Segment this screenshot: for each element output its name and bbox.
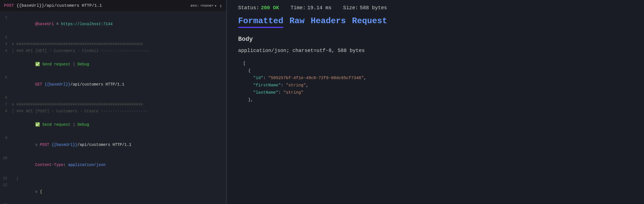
tab-formatted[interactable]: Formatted (238, 16, 289, 28)
line-number: 9 (0, 135, 12, 141)
code-line-3: 3 ∨ ####################################… (0, 41, 226, 48)
line-number: 11 (0, 175, 12, 182)
env-label: env: (191, 4, 199, 8)
time-value: 19.14 ms (307, 5, 331, 11)
json-open-bracket: [ (238, 60, 633, 67)
env-value: <none> (200, 4, 214, 8)
line-number: 7 (0, 101, 12, 108)
line-number: 5 (0, 74, 12, 81)
line-content: Content-Type: application/json (12, 155, 226, 175)
json-line-open-brace: { (238, 67, 633, 75)
tab-request[interactable]: Request (352, 16, 393, 28)
content-type-info: application/json; charset=utf-8, 588 byt… (238, 48, 633, 53)
code-line-4: 4 │ ### API [GET] · Customers · Findall … (0, 48, 226, 54)
env-selector[interactable]: env: <none> ▾ (191, 4, 217, 8)
code-line-9: 9 ∨ POST {{baseUrl}}/api/customers HTTP/… (0, 135, 226, 155)
debug-link-post[interactable]: Debug (77, 122, 89, 127)
line-content: │ ### API [GET] · Customers · Findall ··… (12, 48, 226, 54)
code-line-6: 6 (0, 94, 226, 101)
request-bar: POST {{baseUrl}}/api/customers HTTP/1.1 … (0, 0, 226, 12)
code-line-send-get: ✅ Send request | Debug (0, 54, 226, 74)
at-keyword: @baseUrl (30, 22, 54, 26)
request-method-url: POST {{baseUrl}}/api/customers HTTP/1.1 (4, 3, 102, 8)
env-dropdown-icon[interactable]: ▾ (215, 4, 217, 8)
line-content: ∨ ######################################… (12, 101, 226, 108)
line-number: 3 (0, 41, 12, 48)
line-number: 13 (0, 202, 12, 204)
status-200-value: 200 OK (261, 5, 279, 11)
right-panel: Status: 200 OK Time: 19.14 ms Size: 588 … (227, 0, 644, 204)
line-content: ∨ ######################################… (12, 41, 226, 48)
body-label: Body (238, 36, 633, 43)
code-line-8: 8 │ ### API [POST] · Customers · Create … (0, 108, 226, 115)
line-content: │ ### API [POST] · Customers · Create ··… (12, 108, 226, 115)
debug-link-get[interactable]: Debug (77, 62, 89, 67)
send-request-link-get[interactable]: ✅ Send request (30, 62, 70, 67)
json-body: [ { "id": "505257bf-4f1e-49c8-72f9-08dc6… (238, 60, 633, 104)
tab-headers[interactable]: Headers (311, 16, 352, 28)
line-content: ∨ POST {{baseUrl}}/api/customers HTTP/1.… (12, 135, 226, 155)
json-line-firstname: "firstName": "string", (238, 82, 633, 89)
code-area[interactable]: 1 @baseUrl = https://localhost:7144 2 3 … (0, 12, 226, 204)
send-request-link-post[interactable]: ✅ Send request (30, 122, 70, 127)
line-content: @baseUrl = https://localhost:7144 (12, 14, 226, 34)
status-label: Status: (238, 5, 259, 11)
code-line-send-post: ✅ Send request | Debug (0, 115, 226, 135)
line-number: 2 (0, 34, 12, 41)
status-sep (282, 5, 288, 11)
scroll-button[interactable]: ⇕ (219, 3, 222, 9)
response-status-bar: Status: 200 OK Time: 19.14 ms Size: 588 … (238, 5, 633, 11)
json-line-id: "id": "505257bf-4f1e-49c8-72f9-08dc65cf7… (238, 75, 633, 82)
time-label: Time: (291, 5, 306, 11)
left-panel: POST {{baseUrl}}/api/customers HTTP/1.1 … (0, 0, 226, 204)
line-content: ✅ Send request | Debug (12, 54, 226, 74)
code-line-1: 1 @baseUrl = https://localhost:7144 (0, 14, 226, 34)
code-line-11: 11 ; (0, 175, 226, 182)
line-content: GET {{baseUrl}}/api/customers HTTP/1.1 (12, 74, 226, 94)
line-number: 10 (0, 155, 12, 162)
line-number: 1 (0, 14, 12, 21)
code-line-10: 10 Content-Type: application/json (0, 155, 226, 175)
json-line-lastname: "lastName": "string" (238, 89, 633, 96)
request-url: {{baseUrl}}/api/customers HTTP/1.1 (16, 3, 102, 8)
code-line-5: 5 GET {{baseUrl}}/api/customers HTTP/1.1 (0, 74, 226, 94)
line-content: ; (12, 175, 226, 182)
code-line-12: 12 ∨ { (0, 182, 226, 202)
line-number: 6 (0, 94, 12, 101)
request-bar-right: env: <none> ▾ ⇕ (191, 3, 222, 9)
line-number: 12 (0, 182, 12, 188)
line-content: │ "firstName": "John{{$randomInt 1000 99… (12, 202, 226, 204)
size-label: Size: (343, 5, 358, 11)
line-number: 8 (0, 108, 12, 115)
code-line-7: 7 ∨ ####################################… (0, 101, 226, 108)
status-sep2 (334, 5, 340, 11)
line-content: ∨ { (12, 182, 226, 202)
request-method: POST (4, 3, 14, 8)
line-content: ✅ Send request | Debug (12, 115, 226, 135)
tab-raw[interactable]: Raw (289, 16, 311, 28)
size-value: 588 bytes (360, 5, 387, 11)
code-line-2: 2 (0, 34, 226, 41)
line-number: 4 (0, 48, 12, 54)
response-tabs: Formatted Raw Headers Request (238, 16, 633, 28)
code-line-13: 13 │ "firstName": "John{{$randomInt 1000… (0, 202, 226, 204)
json-line-close-brace: }, (238, 96, 633, 104)
